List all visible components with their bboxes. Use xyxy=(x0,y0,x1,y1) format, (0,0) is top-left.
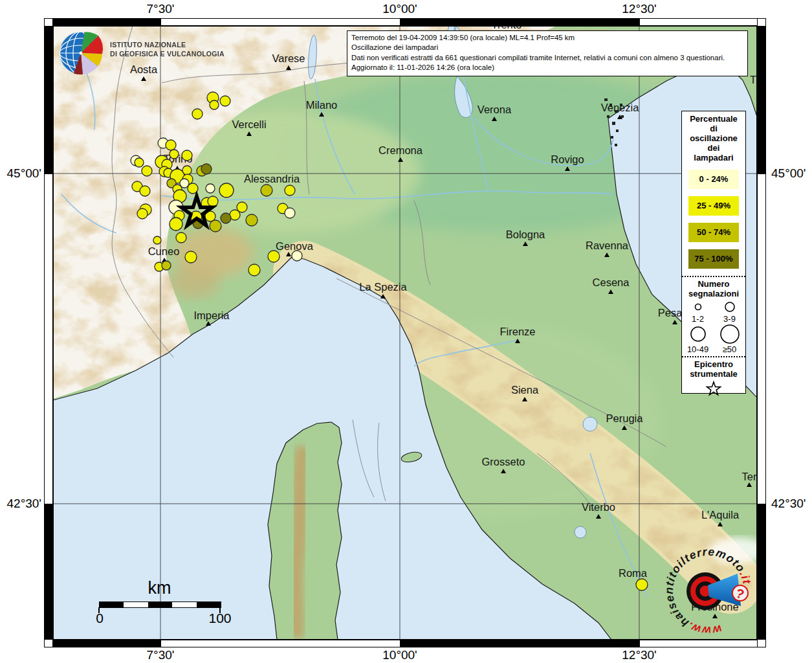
legend-epicenter-title: Epicentro strumentale xyxy=(682,359,745,379)
city-label: Firenze xyxy=(499,326,535,337)
report-dot xyxy=(292,251,302,261)
city-label: Cuneo xyxy=(148,245,180,257)
city-label: Perugia xyxy=(606,412,644,424)
city-label: L'Aquila xyxy=(701,509,740,521)
scale-bar: km 0 100 xyxy=(91,578,228,638)
report-dot xyxy=(176,232,186,243)
scale-segment xyxy=(148,602,172,607)
report-dot xyxy=(182,150,192,161)
scale-segment xyxy=(124,602,148,607)
report-dot xyxy=(170,218,182,230)
scale-segment xyxy=(172,602,196,607)
city-label: Cremona xyxy=(379,144,423,156)
city-label: Varese xyxy=(272,52,305,64)
report-dot xyxy=(246,214,258,226)
map-frame-left xyxy=(44,18,53,647)
report-dot xyxy=(208,196,218,207)
legend-divider-2 xyxy=(682,356,745,357)
report-dot xyxy=(221,213,231,223)
city-label: Verona xyxy=(477,104,512,115)
scale-end-label: 100 xyxy=(208,611,231,626)
report-dot xyxy=(185,251,197,263)
legend-classes: 0 - 24%25 - 49%50 - 74%75 - 100% xyxy=(682,170,745,269)
info-line-effect: Oscillazione dei lampadari xyxy=(351,43,743,52)
city-label: Siena xyxy=(511,384,539,396)
report-dot xyxy=(261,185,272,196)
report-dot xyxy=(142,166,152,176)
earthquake-info-box: Terremoto del 19-04-2009 14:39:50 (ora l… xyxy=(347,30,748,76)
report-dot xyxy=(210,220,221,232)
city-label: Bologna xyxy=(506,229,545,240)
legend-sizes: 1-23-910-49≥50 xyxy=(682,300,745,354)
report-dot xyxy=(636,579,648,590)
legend-class-swatch-3: 75 - 100% xyxy=(688,249,739,269)
report-dot xyxy=(192,109,203,119)
legend-class-swatch-1: 25 - 49% xyxy=(688,196,739,216)
legend-divider-1 xyxy=(682,276,745,277)
map-stage: 7°30' 10°00' 12°30' 7°30' 10°00' 12°30' … xyxy=(0,0,812,663)
legend-size-label: 1-2 xyxy=(682,314,714,324)
info-line-event: Terremoto del 19-04-2009 14:39:50 (ora l… xyxy=(351,33,743,43)
report-dot xyxy=(220,96,230,106)
map-frame-top xyxy=(44,18,766,26)
report-count-circle-icon xyxy=(685,324,711,344)
report-dot xyxy=(285,185,295,196)
report-dot xyxy=(210,100,219,109)
legend-class-swatch-0: 0 - 24% xyxy=(688,170,739,189)
city-label: Vercelli xyxy=(232,118,266,130)
city-label: Viterbo xyxy=(582,501,615,513)
legend-size-item-0: 1-2 xyxy=(682,300,714,324)
legend-sizes-title: Numero segnalazioni xyxy=(682,279,745,298)
legend-class-swatch-2: 50 - 74% xyxy=(688,223,739,242)
scale-start-label: 0 xyxy=(96,611,104,626)
logo-text-www: www. xyxy=(685,619,723,637)
scale-segment xyxy=(100,602,124,607)
legend-size-item-2: 10-49 xyxy=(682,324,714,354)
city-label: Venezia xyxy=(601,102,640,113)
city-label: La Spezia xyxy=(359,281,407,293)
legend-size-item-3: ≥50 xyxy=(714,324,745,354)
legend-title: Percentuale di oscillazione dei lampadar… xyxy=(682,114,745,163)
legend-size-label: 10-49 xyxy=(682,344,714,354)
report-dot xyxy=(140,186,150,196)
report-dot xyxy=(268,251,280,262)
scale-segment xyxy=(197,602,221,607)
legend-epicenter-star xyxy=(682,380,745,399)
report-dot xyxy=(201,164,212,174)
city-label: Alessandria xyxy=(244,173,300,185)
ingv-line1: ISTITUTO NAZIONALE xyxy=(110,40,225,49)
report-dot xyxy=(248,264,260,276)
report-dot xyxy=(166,140,176,150)
report-dot xyxy=(137,208,148,219)
map-frame-bottom xyxy=(44,640,766,647)
city-label: Imperia xyxy=(193,309,230,321)
city-label: Milano xyxy=(306,99,338,111)
report-dot xyxy=(135,158,144,167)
ingv-logo: ISTITUTO NAZIONALE DI GEOFISICA E VULCAN… xyxy=(57,29,212,80)
city-label: Rovigo xyxy=(551,153,584,165)
map-legend: Percentuale di oscillazione dei lampadar… xyxy=(681,111,746,394)
report-count-circle-icon xyxy=(717,300,743,314)
city-label: Grosseto xyxy=(482,456,525,467)
city-label: Trieste xyxy=(750,74,782,85)
report-dot xyxy=(153,236,161,244)
scale-bar-segments xyxy=(99,601,221,608)
scale-unit: km xyxy=(99,578,220,598)
ingv-line2: DI GEOFISICA E VULCANOLOGIA xyxy=(110,49,225,58)
report-count-circle-icon xyxy=(685,300,711,314)
ingv-globe-icon xyxy=(57,29,105,77)
city-label: Genova xyxy=(276,240,314,252)
info-line-updated: Aggiornato il: 11-01-2026 14:26 (ora loc… xyxy=(351,63,743,73)
report-dot xyxy=(182,166,192,175)
report-dot xyxy=(285,208,295,218)
haisentito-logo: ? www.haisentitoilterremoto.it xyxy=(659,541,765,645)
report-dot xyxy=(219,183,234,197)
legend-size-item-1: 3-9 xyxy=(714,300,745,324)
ingv-wordmark: ISTITUTO NAZIONALE DI GEOFISICA E VULCAN… xyxy=(110,40,225,59)
legend-size-label: 3-9 xyxy=(714,314,745,324)
report-dot xyxy=(170,150,179,159)
city-label: Ravenna xyxy=(586,240,629,251)
city-label: Roma xyxy=(619,567,648,579)
city-label: Cesena xyxy=(593,276,630,288)
legend-size-label: ≥50 xyxy=(714,344,745,354)
